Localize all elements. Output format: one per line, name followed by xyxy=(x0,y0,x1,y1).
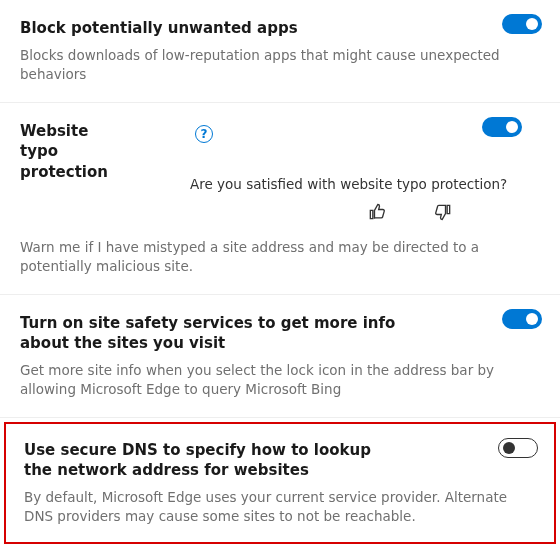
setting-description: Warn me if I have mistyped a site addres… xyxy=(20,238,540,276)
setting-title: Website typo protection xyxy=(20,121,140,182)
toggle-site-safety[interactable] xyxy=(502,309,542,329)
setting-description: Get more site info when you select the l… xyxy=(20,361,540,399)
setting-description: Blocks downloads of low-reputation apps … xyxy=(20,46,540,84)
thumbs-up-icon[interactable] xyxy=(367,202,387,222)
setting-secure-dns: Use secure DNS to specify how to lookup … xyxy=(4,422,556,544)
toggle-typo-protection[interactable] xyxy=(482,117,522,137)
setting-title: Block potentially unwanted apps xyxy=(20,18,540,38)
toggle-block-unwanted-apps[interactable] xyxy=(502,14,542,34)
toggle-secure-dns[interactable] xyxy=(498,438,538,458)
setting-description: By default, Microsoft Edge uses your cur… xyxy=(24,488,536,526)
setting-title: Use secure DNS to specify how to lookup … xyxy=(24,440,464,481)
thumbs-down-icon[interactable] xyxy=(433,202,453,222)
setting-block-unwanted-apps: Block potentially unwanted apps Blocks d… xyxy=(0,0,560,103)
feedback-question: Are you satisfied with website typo prot… xyxy=(190,176,540,192)
setting-site-safety-services: Turn on site safety services to get more… xyxy=(0,295,560,418)
setting-title: Turn on site safety services to get more… xyxy=(20,313,460,354)
setting-website-typo-protection: Website typo protection ? Are you satisf… xyxy=(0,103,560,295)
help-icon[interactable]: ? xyxy=(195,125,213,143)
feedback-prompt: Are you satisfied with website typo prot… xyxy=(190,176,540,222)
